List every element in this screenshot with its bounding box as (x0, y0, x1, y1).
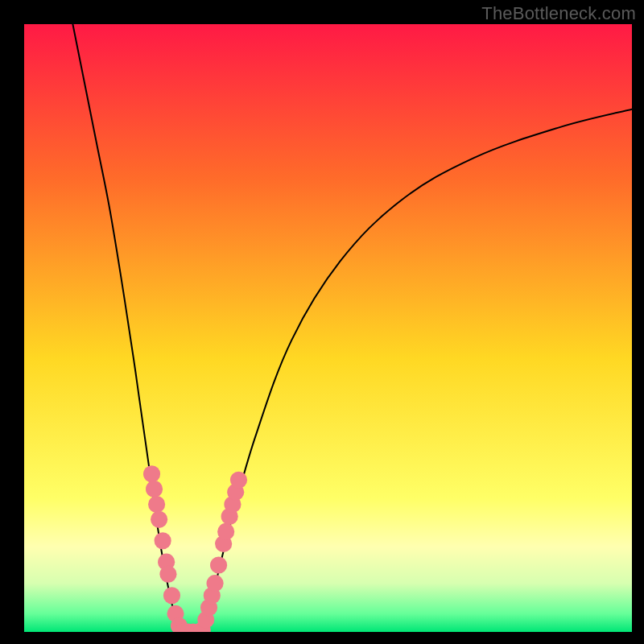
gradient-background (24, 24, 632, 632)
data-marker (163, 587, 180, 604)
data-marker (159, 566, 176, 583)
chart-frame: TheBottleneck.com (0, 0, 644, 644)
data-marker (207, 575, 224, 592)
data-marker (155, 532, 171, 549)
bottleneck-chart (24, 24, 632, 632)
data-marker (143, 465, 160, 482)
data-marker (148, 496, 165, 513)
data-marker (151, 511, 167, 528)
data-marker (217, 523, 234, 540)
watermark-text: TheBottleneck.com (481, 3, 636, 24)
data-marker (210, 556, 227, 573)
plot-area (24, 24, 632, 632)
data-marker (146, 481, 163, 497)
data-marker (230, 472, 247, 489)
